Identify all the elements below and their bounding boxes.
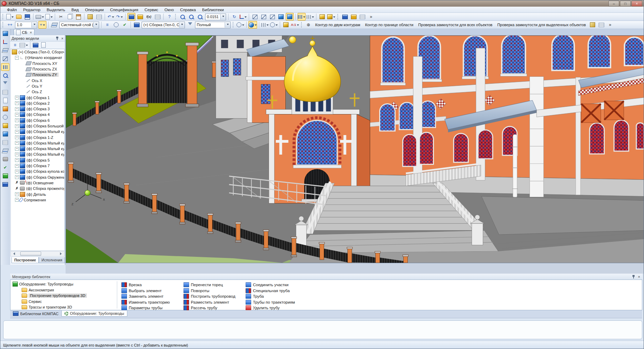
variables-fx-button[interactable]: f(x): [145, 13, 153, 21]
line-width-combo[interactable]: 1.0: [15, 22, 37, 28]
property-bar[interactable]: [3, 320, 642, 339]
open-button[interactable]: [15, 13, 23, 21]
expand-toggle[interactable]: +: [15, 101, 19, 105]
menu-edit[interactable]: Редактор: [20, 7, 44, 12]
grid-button[interactable]: [597, 21, 605, 29]
expand-toggle[interactable]: +: [15, 198, 19, 202]
filter-objects-button[interactable]: [186, 21, 194, 29]
tree-item[interactable]: +(ф) Сборка 3: [11, 106, 64, 112]
tree-structure-button[interactable]: ≡: [12, 41, 18, 49]
tab-construction[interactable]: Построение: [12, 257, 39, 263]
curves-icon[interactable]: [1, 55, 9, 62]
menu-file[interactable]: Файл: [4, 7, 20, 12]
scrollbar-thumb[interactable]: [20, 252, 41, 256]
refresh-view-button[interactable]: ↻: [230, 13, 238, 21]
command-item[interactable]: Перенести торец: [184, 282, 246, 288]
toolbar-grip[interactable]: [337, 14, 339, 20]
conditional-marks-icon[interactable]: [1, 105, 9, 113]
command-item[interactable]: Выбрать элемент: [121, 288, 184, 294]
simplified-display-button[interactable]: [298, 13, 306, 21]
expand-toggle[interactable]: +: [15, 153, 19, 156]
aux-geometry-icon[interactable]: [1, 63, 9, 71]
command-item[interactable]: Повороты: [184, 288, 246, 294]
command-item[interactable]: Специальная труба: [246, 288, 308, 294]
tree-item[interactable]: +(ф) Сборка Малый купол: [11, 151, 64, 157]
toolbar-grip[interactable]: [2, 22, 4, 28]
check-icon[interactable]: ✔: [1, 164, 9, 171]
array-icon[interactable]: [1, 139, 9, 146]
library-folder-selected[interactable]: Построение трубопроводов 3D: [13, 293, 117, 299]
detail-level-dropdown[interactable]: [225, 22, 230, 28]
command-item[interactable]: Соединить участки: [246, 282, 308, 288]
orientation-button[interactable]: [236, 21, 245, 29]
expand-toggle[interactable]: +: [15, 124, 19, 128]
expand-toggle[interactable]: −: [15, 56, 19, 60]
expand-toggle[interactable]: +: [15, 147, 19, 151]
rebuild-button[interactable]: [112, 21, 120, 29]
tree-horizontal-scrollbar[interactable]: [10, 251, 65, 257]
menu-libraries[interactable]: Библиотеки: [199, 7, 227, 12]
viewport-scroll-strip[interactable]: [66, 263, 644, 274]
scroll-left-icon[interactable]: [12, 252, 15, 255]
tree-item[interactable]: Плоскость ZY: [11, 72, 64, 77]
current-scale-combo[interactable]: 0.0151: [205, 14, 226, 20]
shaded-view-button[interactable]: [277, 13, 285, 21]
zoom-pan-button[interactable]: [187, 13, 195, 21]
tree-item[interactable]: +(ф) Деталь: [11, 191, 64, 197]
expand-toggle[interactable]: +: [15, 130, 19, 134]
new-document-button[interactable]: [6, 13, 14, 21]
dimensions-view-button[interactable]: [282, 21, 290, 29]
tree-item[interactable]: +(ф) Сборка Большой куп: [11, 123, 64, 129]
contour-tool-icon[interactable]: ⊕: [305, 21, 313, 29]
measure-3d-icon[interactable]: [1, 72, 9, 79]
minimize-button[interactable]: –: [608, 1, 619, 7]
tree-item[interactable]: (+) Сборка (Тел-0, Сборочны: [11, 49, 64, 55]
menu-help[interactable]: Справка: [177, 7, 199, 12]
components-icon[interactable]: [1, 122, 9, 129]
library-root[interactable]: Оборудование: Трубопроводы: [13, 281, 117, 287]
variables-window-button[interactable]: [127, 13, 135, 21]
tree-item[interactable]: +(ф) Сборка Малый купол: [11, 146, 64, 151]
tree-item[interactable]: Ось Z: [11, 89, 64, 95]
measure-button[interactable]: [341, 13, 349, 21]
close-button[interactable]: ×: [631, 1, 642, 7]
expand-toggle[interactable]: +: [15, 175, 19, 179]
maximize-button[interactable]: □: [620, 1, 631, 7]
copy-button[interactable]: [66, 13, 74, 21]
expand-toggle[interactable]: +: [15, 170, 19, 173]
paste-button[interactable]: [74, 13, 82, 21]
check-closure-all-button[interactable]: Проверка замкнутости для всех объектов: [416, 22, 495, 27]
toolbar-grip[interactable]: [233, 22, 234, 28]
tree-settings-button[interactable]: ≡: [103, 21, 111, 29]
toolbar-overflow[interactable]: »: [606, 21, 614, 29]
edit-assembly-icon[interactable]: [1, 30, 9, 37]
library-folder[interactable]: Трассы и траектории 3D: [13, 304, 117, 310]
3d-viewport[interactable]: Y X Z: [66, 35, 644, 263]
calculator-button[interactable]: [153, 13, 162, 21]
context-help-button[interactable]: ?: [165, 13, 173, 21]
check-closure-selected-button[interactable]: Проверка замкнутости для выделенных объе…: [495, 22, 588, 27]
document-close-icon[interactable]: ×: [30, 30, 32, 35]
surfaces-icon[interactable]: [1, 46, 9, 54]
check-collisions-button[interactable]: [350, 13, 358, 21]
zoom-in-out-button[interactable]: [196, 13, 204, 21]
macro-icon[interactable]: [1, 180, 9, 188]
additional-window-button[interactable]: [40, 41, 47, 49]
tree-item[interactable]: Плоскость ZX: [11, 66, 64, 72]
3d-viewport-render[interactable]: Y X Z: [66, 36, 644, 263]
check-document-button[interactable]: ✔: [121, 21, 129, 29]
mates-icon[interactable]: [1, 113, 9, 121]
perspective-button[interactable]: [327, 13, 336, 21]
sketch-icon[interactable]: [1, 38, 9, 46]
scale-dropdown[interactable]: [220, 14, 226, 20]
menu-service[interactable]: Сервис: [141, 7, 161, 12]
reports-icon[interactable]: [1, 97, 9, 104]
print-preview-button[interactable]: [45, 13, 53, 21]
menu-select[interactable]: Выделить: [44, 7, 68, 12]
shaded-edges-view-button[interactable]: [286, 13, 294, 21]
relations-button[interactable]: [32, 41, 39, 49]
layers-button[interactable]: [50, 21, 58, 29]
command-item[interactable]: Трубы по траекториям: [246, 299, 308, 305]
command-item[interactable]: Построить трубопровод: [184, 294, 246, 299]
command-item[interactable]: Разместить элемент: [184, 299, 246, 305]
